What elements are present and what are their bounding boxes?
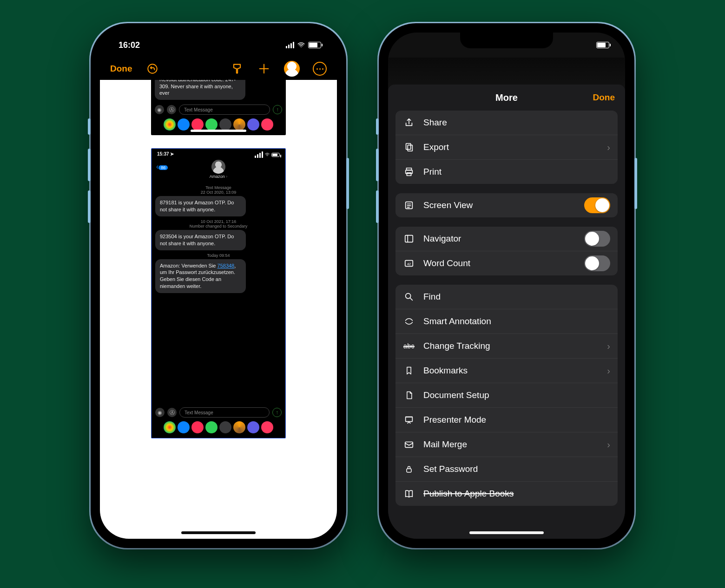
collaborate-button[interactable]: [284, 61, 300, 77]
format-brush-button[interactable]: [230, 62, 244, 76]
row-change-tracking[interactable]: abc Change Tracking ›: [395, 334, 618, 359]
document-icon: [403, 390, 415, 400]
contact-name: Amazon: [210, 174, 225, 179]
svg-point-0: [148, 64, 157, 73]
export-icon: [403, 142, 415, 152]
sheet-header: More Done: [388, 85, 625, 111]
sheet-title: More: [495, 92, 518, 103]
photos-app-icon: [164, 421, 176, 433]
embedded-screenshot-2-selected[interactable]: 15:37 ➤ ‹86 Amazon › Text Message22 Oct …: [151, 148, 286, 438]
mini-status-indicators: [255, 151, 280, 158]
status-time: 16:02: [119, 40, 140, 50]
home-indicator: [191, 130, 246, 132]
message-bubble: 879181 is your Amazon OTP. Do not share …: [155, 196, 246, 216]
chevron-right-icon: ›: [607, 366, 610, 376]
toggle-screen-view[interactable]: [584, 197, 610, 213]
app-icon: [205, 421, 218, 433]
chevron-right-icon: ›: [607, 341, 610, 352]
screen-left: 16:02 Done: [100, 33, 337, 539]
row-set-password[interactable]: Set Password: [395, 457, 618, 482]
row-bookmarks[interactable]: Bookmarks ›: [395, 359, 618, 383]
row-label: Smart Annotation: [423, 316, 491, 327]
embedded-screenshot-1[interactable]: Deutsche Apotheker- und Ärztebank €184.1…: [151, 80, 286, 135]
book-icon: [403, 489, 415, 499]
message-timestamp: 10 Oct 2021, 17:16: [155, 219, 282, 224]
group-share: Share Export › Print: [395, 111, 618, 184]
print-icon: [403, 167, 415, 177]
app-icon: [261, 118, 273, 131]
row-label: Bookmarks: [423, 366, 468, 376]
done-button[interactable]: Done: [110, 64, 132, 74]
row-share[interactable]: Share: [395, 111, 618, 135]
row-screen-view[interactable]: Screen View: [395, 193, 618, 217]
toggle-word-count[interactable]: [584, 255, 610, 271]
screen-right: 16:02 More Done Share: [388, 33, 625, 539]
row-presenter-mode[interactable]: Presenter Mode: [395, 408, 618, 432]
otp-link: 758348: [218, 263, 235, 268]
mail-merge-icon: [403, 439, 415, 450]
compose-field: Text Message: [179, 407, 270, 418]
lock-icon: [403, 464, 415, 474]
bookmark-icon: [403, 366, 415, 376]
row-label: Set Password: [423, 464, 478, 474]
app-strip: [152, 419, 285, 438]
row-navigator[interactable]: Navigator: [395, 227, 618, 251]
back-button: ‹86: [156, 163, 168, 171]
screen-view-icon: [403, 200, 415, 210]
app-icon: [191, 118, 204, 131]
device-left: 16:02 Done: [91, 23, 346, 548]
row-word-count[interactable]: 42 Word Count: [395, 251, 618, 275]
appstore-app-icon: [178, 118, 190, 131]
undo-button[interactable]: [145, 62, 159, 76]
app-icon: [191, 421, 204, 433]
row-print[interactable]: Print: [395, 160, 618, 184]
section-label: Text Message22 Oct 2020, 13:09: [155, 185, 282, 195]
message-bubble: Revolut authentication code: 247-309. Ne…: [155, 80, 245, 100]
row-export[interactable]: Export ›: [395, 135, 618, 160]
more-button[interactable]: [313, 62, 327, 76]
chevron-right-icon: ›: [607, 439, 610, 450]
row-document-setup[interactable]: Document Setup: [395, 383, 618, 408]
mini-time: 15:37 ➤: [157, 151, 174, 158]
message-bubble: 923504 is your Amazon OTP. Do not share …: [155, 230, 246, 250]
wifi-icon: [264, 152, 270, 157]
section-label: Number changed to Secondary: [155, 224, 282, 229]
share-icon: [403, 118, 415, 128]
compose-bar: ◉ Ⓐ Text Message ↑: [152, 405, 285, 419]
sheet-list[interactable]: Share Export › Print Screen: [388, 111, 625, 539]
app-icon: [261, 421, 273, 433]
home-indicator[interactable]: [469, 531, 544, 534]
row-label: Share: [423, 118, 447, 128]
row-smart-annotation[interactable]: Smart Annotation: [395, 309, 618, 334]
word-count-icon: 42: [403, 258, 415, 268]
row-label: Document Setup: [423, 390, 489, 400]
row-label: Screen View: [423, 200, 473, 210]
battery-icon: [596, 42, 609, 48]
svg-rect-12: [405, 442, 413, 448]
more-sheet: More Done Share Export ›: [388, 85, 625, 539]
send-icon: ↑: [272, 408, 282, 417]
battery-icon: [308, 42, 321, 48]
home-indicator[interactable]: [181, 531, 256, 534]
search-icon: [403, 292, 415, 302]
row-label: Export: [423, 142, 449, 152]
row-find[interactable]: Find: [395, 285, 618, 309]
row-label: Publish to Apple Books: [423, 489, 514, 499]
insert-button[interactable]: [257, 62, 271, 76]
cell-signal-icon: [255, 151, 263, 158]
app-icon: [219, 421, 231, 433]
row-label: Word Count: [423, 258, 470, 268]
row-mail-merge[interactable]: Mail Merge ›: [395, 432, 618, 457]
wifi-icon: [297, 41, 305, 49]
row-label: Print: [423, 167, 442, 177]
notch: [460, 33, 553, 48]
row-publish-apple-books[interactable]: Publish to Apple Books: [395, 482, 618, 506]
app-icon: [219, 118, 231, 131]
toggle-navigator[interactable]: [584, 231, 610, 247]
document-canvas[interactable]: Deutsche Apotheker- und Ärztebank €184.1…: [100, 80, 337, 539]
status-indicators: [286, 41, 321, 49]
location-arrow-icon: ➤: [170, 151, 174, 157]
group-display-options: Navigator 42 Word Count: [395, 227, 618, 275]
done-button[interactable]: Done: [593, 92, 615, 103]
svg-rect-2: [408, 145, 412, 151]
